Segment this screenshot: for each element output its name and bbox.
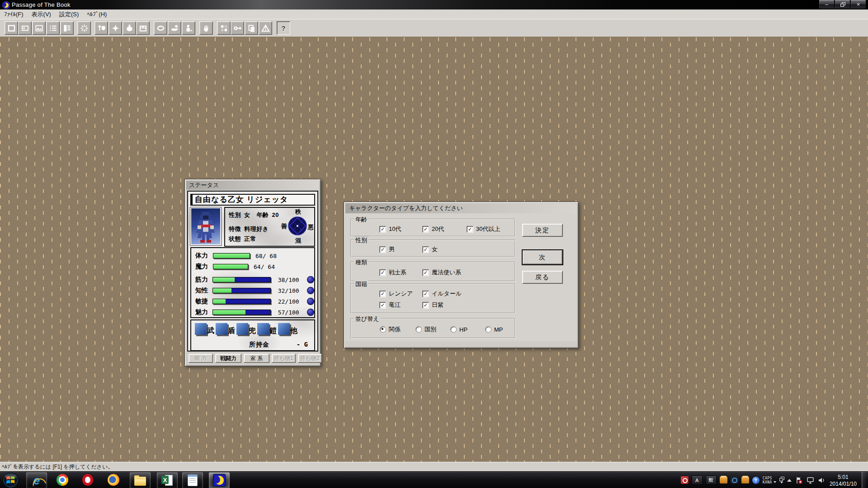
window-open-icon	[21, 24, 29, 33]
toolbar-hand-button[interactable]	[199, 21, 213, 35]
checkbox-warrior[interactable]: 戦士系	[379, 268, 422, 277]
taskbar-passage-of-the-book[interactable]	[209, 472, 230, 488]
tab-family[interactable]: 家 系	[244, 354, 269, 363]
back-button[interactable]: 戻る	[522, 271, 563, 284]
checkbox-renshia[interactable]: レンシア	[379, 290, 422, 298]
equipment-panel: 武 盾 兜 鎧 他 所持金 - G	[190, 319, 315, 351]
toolbar-box-button[interactable]	[136, 21, 150, 35]
taskbar-internet-explorer[interactable]: e	[26, 472, 47, 488]
toolbar-board-button[interactable]	[217, 21, 231, 35]
ime-dictionary-icon[interactable]	[731, 477, 738, 483]
toolbar-layers-button[interactable]	[245, 21, 258, 35]
toolbar-help-button[interactable]: ?	[277, 21, 290, 35]
strength-orb-button[interactable]	[307, 276, 314, 283]
checkbox-irutaru[interactable]: イルタール	[422, 290, 462, 298]
checkbox-ryuko[interactable]: 竜江	[379, 301, 422, 309]
restore-button[interactable]	[835, 0, 850, 9]
hp-bar	[213, 253, 250, 258]
toolbar-hand-coin-button[interactable]	[168, 21, 181, 35]
toolbar-list-button[interactable]	[46, 21, 60, 35]
toolbar-person-button[interactable]	[182, 21, 195, 35]
close-button[interactable]: ×	[850, 0, 866, 9]
toolbar-sword-shield-button[interactable]	[94, 21, 108, 35]
window-titlebar[interactable]: Passage of The Book – ×	[0, 0, 868, 9]
stat-row-hp: 体力 68/ 68	[195, 251, 314, 260]
toolbar-money-bag-button[interactable]	[123, 21, 136, 35]
network-icon[interactable]	[806, 476, 815, 484]
decide-button[interactable]: 決定	[522, 224, 563, 237]
tab-combat[interactable]: 戦闘力	[215, 354, 241, 363]
menu-settings[interactable]: 設定(S)	[55, 9, 83, 19]
money-label: 所持金	[249, 341, 269, 349]
passage-app-icon	[213, 474, 226, 487]
toolbar-window-open-button[interactable]	[18, 21, 32, 35]
toolbar-ring-button[interactable]	[154, 21, 167, 35]
taskbar-chrome[interactable]	[56, 474, 69, 486]
checkbox-icon	[422, 291, 429, 297]
pyramid-icon	[261, 24, 270, 33]
checkbox-age-10s[interactable]: 10代	[379, 225, 422, 233]
notepad-icon	[188, 474, 198, 486]
profile-row: 性別女年齢20 特徴料理好き 状態正常 秩 善 悪 混	[190, 207, 315, 246]
profile-panel: 性別女年齢20 特徴料理好き 状態正常 秩 善 悪 混	[224, 207, 315, 247]
status-window-titlebar[interactable]: ステータス	[186, 181, 319, 190]
checkbox-mage[interactable]: 魔法使い系	[422, 268, 461, 277]
taskbar-notepad[interactable]	[182, 472, 203, 488]
picture-icon	[35, 24, 43, 33]
taskbar-explorer[interactable]	[130, 472, 151, 488]
equip-slot-weapon[interactable]	[195, 323, 207, 335]
equip-slot-shield[interactable]	[216, 323, 227, 335]
taskbar-opera[interactable]	[81, 474, 94, 486]
mp-bar	[213, 264, 248, 269]
equip-slot-helmet[interactable]	[236, 323, 248, 335]
caption-buttons: – ×	[819, 0, 866, 9]
equip-slot-other[interactable]	[278, 323, 290, 335]
checkbox-female[interactable]: 女	[422, 245, 438, 253]
help-icon: ?	[281, 24, 285, 32]
sword-shield-icon	[97, 24, 106, 33]
start-button[interactable]	[3, 472, 19, 488]
radio-relation[interactable]: 関係	[380, 325, 415, 333]
radio-country[interactable]: 国別	[415, 325, 450, 333]
toolbar-window-button[interactable]	[5, 21, 18, 35]
ime-help-icon[interactable]: ?	[752, 477, 760, 484]
checkbox-age-30plus[interactable]: 30代以上	[467, 225, 500, 233]
agility-orb-button[interactable]	[307, 298, 314, 305]
toolbar-burst-button[interactable]	[77, 21, 91, 35]
toolbar-picture-button[interactable]	[32, 21, 46, 35]
taskbar-clock[interactable]: 5:01 2014/01/10	[829, 473, 859, 488]
checkbox-male[interactable]: 男	[379, 245, 422, 253]
menu-view[interactable]: 表示(V)	[28, 9, 55, 19]
action-center-flag-icon[interactable]	[795, 476, 803, 484]
minimize-button[interactable]: –	[819, 0, 835, 9]
toolbar-key-button[interactable]	[231, 21, 244, 35]
next-button[interactable]: 次	[522, 250, 563, 265]
radio-hp[interactable]: HP	[450, 326, 485, 333]
menu-help[interactable]: ﾍﾙﾌﾟ(H)	[83, 9, 111, 19]
charm-orb-button[interactable]	[307, 309, 314, 316]
taskbar-excel[interactable]: X	[157, 472, 178, 488]
show-desktop-button[interactable]	[862, 472, 867, 488]
ime-status-icon[interactable]	[681, 476, 689, 484]
ime-input-mode-button[interactable]: A	[692, 476, 703, 485]
menu-file[interactable]: ﾌｧｲﾙ(F)	[0, 9, 28, 19]
language-bar-minimize[interactable]	[779, 477, 784, 483]
kana-dropdown-icon[interactable]	[774, 481, 776, 483]
toolbar-pyramid-button[interactable]	[259, 21, 272, 35]
show-hidden-icons-button[interactable]	[787, 479, 792, 482]
volume-icon[interactable]	[818, 476, 826, 484]
charm-bar	[212, 310, 271, 315]
radio-mp[interactable]: MP	[485, 326, 503, 333]
ime-toolbox-icon[interactable]	[741, 477, 749, 483]
taskbar-firefox[interactable]	[107, 474, 120, 486]
checkbox-age-20s[interactable]: 20代	[422, 225, 467, 233]
stat-row-intelligence: 知性 32/100	[195, 286, 314, 295]
dialog-titlebar[interactable]: キャラクターのタイプを入力してください	[345, 203, 577, 213]
toolbar-sparkle-button[interactable]	[108, 21, 122, 35]
ime-tools-icon[interactable]	[720, 477, 727, 483]
equip-slot-armor[interactable]	[257, 323, 269, 335]
intelligence-orb-button[interactable]	[307, 287, 314, 294]
toolbar-document-button[interactable]	[60, 21, 74, 35]
checkbox-nisshi[interactable]: 日紫	[422, 301, 443, 309]
ime-conversion-mode-button[interactable]: 般	[706, 476, 717, 485]
